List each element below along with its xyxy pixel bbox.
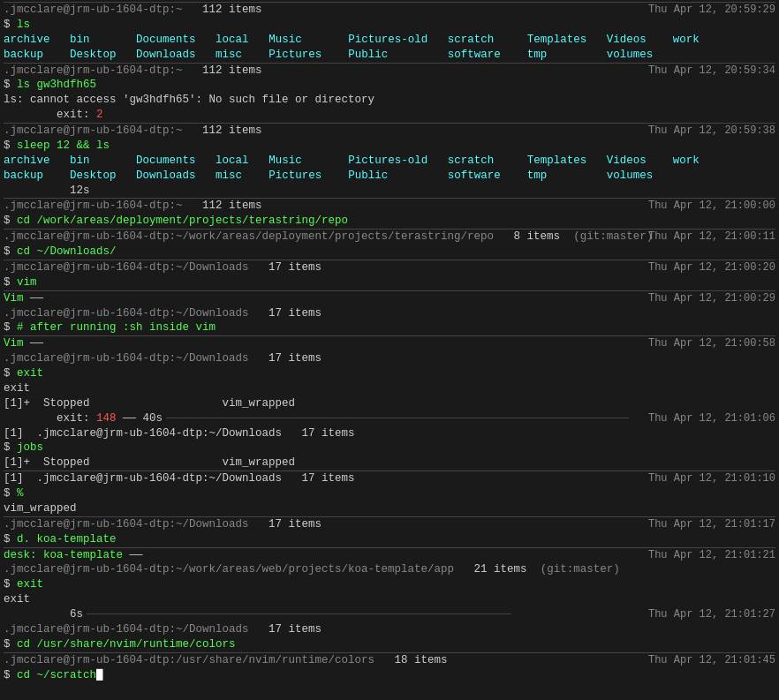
vim-sep-2: Vim ——Thu Apr 12, 21:00:58 [4, 335, 775, 351]
ls-output-3a: archive bin Documents local Music Pictur… [4, 154, 775, 169]
line-exit-2: exit: 2 [4, 108, 775, 123]
ls-output-1a: archive bin Documents local Music Pictur… [4, 33, 775, 48]
line-exit-12: exit [4, 592, 775, 607]
ls-output-3b: backup Desktop Downloads misc Pictures P… [4, 169, 775, 184]
terminal-window: Thu Apr 12, 20:59:29 .jmcclare@jrm-ub-16… [0, 0, 779, 700]
line-cmd-8: $ exit [4, 366, 775, 381]
ls-output-1b: backup Desktop Downloads misc Pictures P… [4, 48, 775, 63]
desk-sep: desk: koa-template ——Thu Apr 12, 21:01:2… [4, 547, 775, 563]
line-prompt-12: .jmcclare@jrm-ub-1604-dtp:~/work/areas/w… [4, 562, 775, 577]
line-timer-12: 6sThu Apr 12, 21:01:27 [4, 607, 775, 622]
line-cmd-13: $ cd /usr/share/nvim/runtime/colors [4, 637, 775, 652]
line-prompt-7: .jmcclare@jrm-ub-1604-dtp:~/Downloads 17… [4, 306, 775, 321]
line-timer-3: 12s [4, 184, 775, 199]
line-jobs-output: [1]+ Stopped vim_wrapped [4, 455, 775, 470]
line-stopped-9: [1]+ Stopped vim_wrapped [4, 396, 775, 411]
line-exit-8: exit [4, 381, 775, 396]
line-vim-wrapped: vim_wrapped [4, 501, 775, 516]
line-prompt-8: .jmcclare@jrm-ub-1604-dtp:~/Downloads 17… [4, 351, 775, 366]
line-cmd-3: $ sleep 12 && ls [4, 139, 775, 154]
line-cmd-6: $ vim [4, 275, 775, 290]
line-cmd-jobs: $ jobs [4, 440, 775, 455]
line-cmd-2: $ ls gw3hdfh65 [4, 78, 775, 93]
line-exit-timer-9: exit: 148 —— 40sThu Apr 12, 21:01:06 [4, 411, 775, 426]
line-job-9: [1] .jmcclare@jrm-ub-1604-dtp:~/Download… [4, 426, 775, 441]
line-cmd-14: $ cd ~/scratch█ [4, 668, 775, 683]
line-3: $ ls [4, 18, 775, 33]
line-prompt-13: .jmcclare@jrm-ub-1604-dtp:~/Downloads 17… [4, 622, 775, 637]
line-err-2: ls: cannot access 'gw3hdfh65': No such f… [4, 93, 775, 108]
line-cmd-11: $ d. koa-template [4, 532, 775, 547]
line-cmd-7: $ # after running :sh inside vim [4, 320, 775, 335]
line-cmd-4: $ cd /work/areas/deployment/projects/ter… [4, 214, 775, 229]
line-cmd-5: $ cd ~/Downloads/ [4, 245, 775, 260]
line-cmd-10: $ % [4, 486, 775, 501]
line-cmd-12: $ exit [4, 577, 775, 592]
vim-sep-1: Vim ——Thu Apr 12, 21:00:29 [4, 290, 775, 306]
